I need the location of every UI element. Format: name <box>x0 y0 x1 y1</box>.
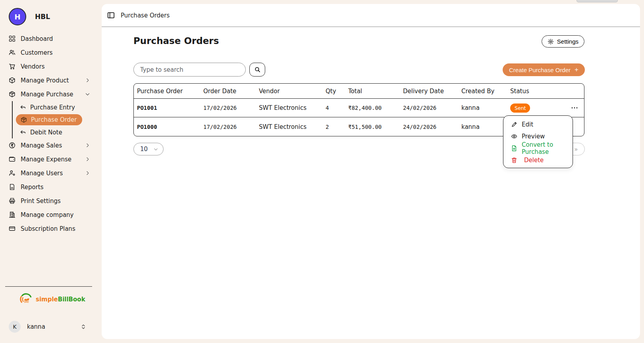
column-header: Delivery Date <box>403 88 461 95</box>
cell-purchase-order: PO1001 <box>137 105 203 111</box>
sidebar-item-label: Manage Users <box>21 170 63 177</box>
sidebar-nav: Dashboard Customers Vendors Manage Produ… <box>0 32 97 236</box>
pencil-icon <box>511 121 517 128</box>
sidebar-subitem-label: Purchase Entry <box>30 104 75 111</box>
sidebar-item-manage-purchase[interactable]: Manage Purchase <box>0 87 97 101</box>
file-chart-icon <box>9 184 15 190</box>
topbar: Purchase Orders <box>102 4 640 27</box>
sidebar-item-subscription-plans[interactable]: Subscription Plans <box>0 222 97 236</box>
eye-icon <box>511 133 517 140</box>
printer-icon <box>9 197 15 204</box>
user-name: kanna <box>27 323 45 330</box>
column-header: Created By <box>461 88 510 95</box>
settings-button[interactable]: Settings <box>542 35 584 48</box>
main-panel: Purchase Orders Purchase Orders Settings… <box>102 4 640 339</box>
chevron-down-icon <box>85 92 90 97</box>
simplebillbook-logo-icon <box>19 292 33 307</box>
page-size-value: 10 <box>140 146 148 153</box>
search-icon <box>254 66 261 73</box>
chevron-right-icon <box>85 143 90 148</box>
company-avatar: H <box>9 8 26 25</box>
cell-total: ₹82,400.00 <box>348 105 403 111</box>
sidebar-subitem-label: Purchase Order <box>31 116 77 123</box>
company-name: HBL <box>35 13 50 21</box>
column-header: Purchase Order <box>137 88 203 95</box>
chevron-right-icon <box>85 157 90 162</box>
sidebar-item-label: Manage company <box>21 211 73 218</box>
cell-status: Sent <box>510 103 565 113</box>
browser-tab-handle <box>577 0 618 2</box>
cell-order-date: 17/02/2026 <box>203 105 259 111</box>
menu-item-label: Convert to Purchase <box>522 141 573 155</box>
create-purchase-order-button[interactable]: Create Purchase Order + <box>503 63 585 76</box>
sidebar-item-manage-expense[interactable]: Manage Expense <box>0 152 97 166</box>
cell-vendor: SWT Electronics <box>259 123 326 130</box>
sidebar: H HBL Dashboard Customers Vendors Manage… <box>0 0 97 343</box>
chevron-right-icon <box>85 78 90 83</box>
search-button[interactable] <box>249 63 265 77</box>
page-size-select[interactable]: 10 <box>133 143 164 155</box>
search-input[interactable] <box>133 63 246 77</box>
cell-qty: 4 <box>326 105 348 111</box>
menu-item-edit[interactable]: Edit <box>503 119 573 130</box>
box-seam-icon <box>21 117 27 123</box>
sidebar-item-manage-users[interactable]: Manage Users <box>0 166 97 180</box>
sidebar-item-label: Print Settings <box>21 197 61 205</box>
sidebar-item-manage-sales[interactable]: Manage Sales <box>0 138 97 152</box>
table-header-row: Purchase Order Order Date Vendor Qty Tot… <box>134 84 584 99</box>
menu-item-label: Delete <box>524 157 544 164</box>
table-row: PO1001 17/02/2026 SWT Electronics 4 ₹82,… <box>134 99 584 117</box>
file-icon <box>511 145 517 151</box>
return-arrow-icon <box>20 129 26 136</box>
sidebar-item-print-settings[interactable]: Print Settings <box>0 194 97 208</box>
sidebar-footer: simpleBillBook K kanna <box>0 286 97 343</box>
column-header: Qty <box>326 88 348 95</box>
menu-item-delete[interactable]: Delete <box>503 154 573 166</box>
create-purchase-order-label: Create Purchase Order <box>509 67 571 73</box>
sidebar-subitem-debit-note[interactable]: Debit Note <box>13 126 97 138</box>
sidebar-item-reports[interactable]: Reports <box>0 180 97 194</box>
breadcrumb: Purchase Orders <box>121 12 170 19</box>
sidebar-item-label: Manage Sales <box>21 142 62 149</box>
people-icon <box>9 49 15 56</box>
wallet-icon <box>9 156 15 163</box>
cell-vendor: SWT Electronics <box>259 104 326 111</box>
cell-delivery-date: 24/02/2026 <box>403 105 461 111</box>
row-actions-button[interactable] <box>565 107 584 109</box>
sidebar-item-label: Subscription Plans <box>21 225 75 232</box>
ellipsis-icon <box>571 107 578 109</box>
user-avatar: K <box>9 321 21 333</box>
cell-delivery-date: 24/02/2026 <box>403 124 461 130</box>
cart-icon <box>9 63 15 70</box>
sidebar-item-manage-company[interactable]: Manage company <box>0 208 97 222</box>
sidebar-item-label: Dashboard <box>21 35 53 42</box>
column-header: Vendor <box>259 88 326 95</box>
simplebillbook-logo-text: simpleBillBook <box>36 296 85 303</box>
rupee-circle-icon <box>9 142 15 149</box>
sidebar-item-label: Vendors <box>21 63 45 70</box>
cell-order-date: 17/02/2026 <box>203 124 259 130</box>
menu-item-convert-to-purchase[interactable]: Convert to Purchase <box>503 142 573 154</box>
credit-card-icon <box>9 225 15 232</box>
sidebar-subitem-purchase-entry[interactable]: Purchase Entry <box>13 101 97 113</box>
settings-button-label: Settings <box>557 38 578 45</box>
company-header: H HBL <box>0 0 97 25</box>
user-menu[interactable]: K kanna <box>0 321 97 333</box>
menu-item-preview[interactable]: Preview <box>503 130 573 142</box>
sidebar-item-vendors[interactable]: Vendors <box>0 59 97 73</box>
sidebar-toggle-icon[interactable] <box>107 11 115 19</box>
sidebar-subitem-label: Debit Note <box>30 129 62 136</box>
sidebar-divider <box>5 286 92 287</box>
sidebar-item-label: Customers <box>21 49 53 56</box>
sidebar-item-dashboard[interactable]: Dashboard <box>0 32 97 46</box>
column-header: Status <box>510 88 565 95</box>
sidebar-item-manage-product[interactable]: Manage Product <box>0 73 97 87</box>
status-badge: Sent <box>510 103 530 113</box>
cube-icon <box>9 77 15 84</box>
gear-icon <box>548 38 554 45</box>
chevron-down-icon <box>153 147 158 152</box>
sidebar-item-label: Reports <box>21 184 44 191</box>
sidebar-item-customers[interactable]: Customers <box>0 46 97 59</box>
sidebar-subitem-purchase-order[interactable]: Purchase Order <box>16 114 82 125</box>
row-context-menu: Edit Preview Convert to Purchase Delete <box>503 115 573 168</box>
